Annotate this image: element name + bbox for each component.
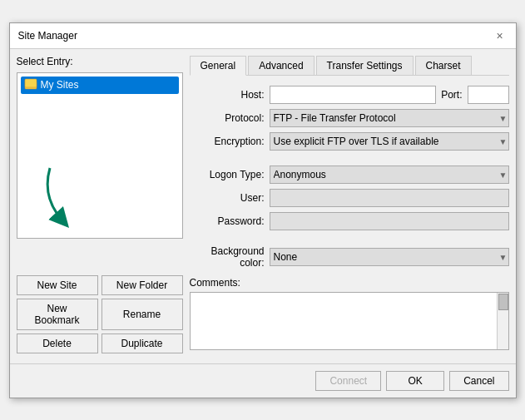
svg-rect-2 (25, 79, 37, 87)
logon-type-select[interactable]: Anonymous Normal Ask for password Intera… (270, 166, 509, 184)
site-manager-dialog: Site Manager × Select Entry: (9, 22, 517, 398)
rename-button[interactable]: Rename (102, 299, 183, 330)
protocol-row: Protocol: FTP - File Transfer Protocol S… (190, 109, 509, 127)
tab-transfer-settings[interactable]: Transfer Settings (316, 56, 414, 75)
scrollbar-track (497, 293, 508, 349)
ok-button[interactable]: OK (386, 371, 444, 391)
cancel-button[interactable]: Cancel (449, 371, 508, 391)
encryption-label: Encryption: (190, 136, 265, 147)
password-row: Password: (190, 212, 509, 230)
bg-color-select[interactable]: None Red Green Blue (270, 248, 509, 266)
password-label: Password: (190, 215, 265, 227)
close-button[interactable]: × (493, 28, 508, 43)
tab-general[interactable]: General (190, 56, 247, 76)
spacer-1 (190, 156, 509, 161)
port-label: Port: (441, 89, 462, 101)
dialog-title: Site Manager (18, 30, 77, 42)
encryption-row: Encryption: Use explicit FTP over TLS if… (190, 132, 509, 151)
new-folder-button[interactable]: New Folder (102, 275, 183, 295)
port-input[interactable] (468, 86, 509, 104)
buttons-row-3: Delete Duplicate (17, 334, 183, 353)
bg-color-row: Background color: None Red Green Blue ▼ (190, 245, 509, 269)
left-buttons: New Site New Folder New Bookmark Rename … (17, 275, 183, 353)
host-label: Host: (190, 89, 265, 101)
logon-type-row: Logon Type: Anonymous Normal Ask for pas… (190, 166, 509, 184)
user-input[interactable] (270, 189, 509, 207)
select-entry-label: Select Entry: (17, 56, 183, 67)
scrollbar-thumb[interactable] (498, 294, 508, 310)
my-sites-label: My Sites (41, 79, 79, 91)
encryption-select-wrapper: Use explicit FTP over TLS if available R… (270, 132, 509, 151)
tree-wrapper: My Sites (17, 72, 183, 272)
protocol-label: Protocol: (190, 112, 265, 124)
password-input[interactable] (270, 212, 509, 230)
my-sites-item[interactable]: My Sites (21, 77, 179, 94)
protocol-select-wrapper: FTP - File Transfer Protocol SFTP - SSH … (270, 109, 509, 127)
encryption-select[interactable]: Use explicit FTP over TLS if available R… (270, 132, 509, 151)
comments-area: Comments: (190, 277, 509, 350)
new-site-button[interactable]: New Site (17, 275, 98, 295)
buttons-row-2: New Bookmark Rename (17, 299, 183, 330)
user-row: User: (190, 189, 509, 207)
bg-color-select-wrapper: None Red Green Blue ▼ (270, 248, 509, 266)
tabs: General Advanced Transfer Settings Chars… (190, 56, 509, 76)
tab-advanced[interactable]: Advanced (248, 56, 314, 75)
connect-button[interactable]: Connect (315, 371, 381, 391)
bg-color-label: Background color: (190, 245, 265, 269)
comments-label: Comments: (190, 277, 509, 289)
tree-area[interactable]: My Sites (17, 72, 183, 239)
duplicate-button[interactable]: Duplicate (102, 334, 183, 353)
form-area: Host: Port: Protocol: FTP - File Transfe… (190, 82, 509, 353)
spacer-2 (190, 235, 509, 240)
new-bookmark-button[interactable]: New Bookmark (17, 299, 98, 330)
comments-textarea[interactable] (191, 293, 497, 347)
delete-button[interactable]: Delete (17, 334, 98, 353)
host-port-row: Host: Port: (190, 86, 509, 104)
protocol-select[interactable]: FTP - File Transfer Protocol SFTP - SSH … (270, 109, 509, 127)
logon-type-label: Logon Type: (190, 169, 265, 180)
user-label: User: (190, 192, 265, 204)
buttons-row-1: New Site New Folder (17, 275, 183, 295)
title-bar: Site Manager × (10, 23, 516, 49)
right-panel: General Advanced Transfer Settings Chars… (190, 56, 509, 353)
logon-type-select-wrapper: Anonymous Normal Ask for password Intera… (270, 166, 509, 184)
tab-charset[interactable]: Charset (415, 56, 472, 75)
comments-input-wrapper (190, 292, 509, 350)
bottom-bar: Connect OK Cancel (10, 363, 516, 398)
folder-icon (24, 78, 37, 92)
dialog-body: Select Entry: My Sites (10, 49, 516, 360)
left-panel: Select Entry: My Sites (17, 56, 183, 353)
host-input[interactable] (270, 86, 437, 104)
